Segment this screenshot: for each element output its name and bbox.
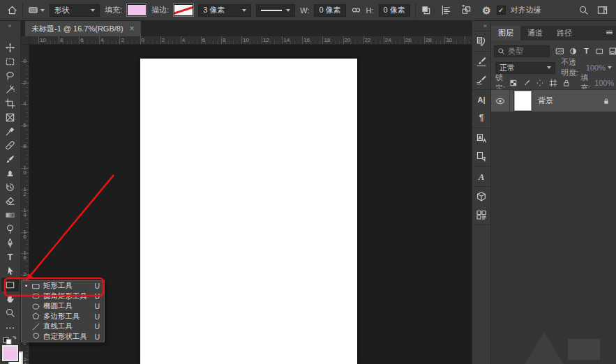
shape-tools-flyout-menu: •矩形工具U圆角矩形工具U椭圆工具U多边形工具U直线工具U自定形状工具U: [21, 280, 105, 342]
libraries-panel-icon[interactable]: [476, 209, 487, 220]
layer-thumbnail[interactable]: [514, 91, 532, 111]
dodge-tool: [5, 224, 15, 234]
brush-settings-icon[interactable]: [476, 56, 487, 67]
ruler-label: 4: [21, 101, 29, 106]
foreground-color-swatch[interactable]: [2, 345, 18, 361]
clone-stamp-tool[interactable]: [1, 166, 19, 180]
paragraph-styles-icon[interactable]: [476, 151, 487, 162]
document-tab[interactable]: 未标题-1 @ 16.7%(RGB/8) ×: [25, 21, 141, 36]
search-icon[interactable]: [578, 5, 589, 15]
move-tool[interactable]: [1, 40, 19, 54]
spot-healing-brush-tool[interactable]: [1, 138, 19, 152]
character-styles-icon[interactable]: [476, 132, 487, 144]
frame-tool[interactable]: [1, 110, 19, 124]
filter-pixel-icon[interactable]: [555, 47, 564, 56]
quick-selection-tool[interactable]: [1, 82, 19, 96]
dodge-tool[interactable]: [1, 222, 19, 236]
tab-路径[interactable]: 路径: [550, 26, 579, 40]
tab-通道[interactable]: 通道: [520, 26, 550, 40]
tab-图层[interactable]: 图层: [491, 26, 520, 40]
lock-position-icon[interactable]: [536, 79, 544, 87]
menu-item-rounded-rectangle[interactable]: 圆角矩形工具U: [22, 291, 104, 302]
expand-toolbar-icon[interactable]: »: [0, 22, 20, 29]
stroke-width-select[interactable]: 3 像素: [198, 4, 251, 17]
ruler-origin-corner[interactable]: [21, 36, 29, 45]
workspace-icon[interactable]: [597, 5, 608, 15]
close-icon[interactable]: ×: [130, 24, 135, 33]
brush-tool[interactable]: [1, 152, 19, 166]
path-selection-tool[interactable]: [1, 264, 19, 278]
eraser-tool[interactable]: [1, 194, 19, 208]
stroke-swatch[interactable]: [174, 4, 193, 16]
lock-image-icon[interactable]: [523, 79, 531, 87]
ruler-label: 2: [162, 37, 165, 43]
crop-tool[interactable]: [1, 96, 19, 110]
align-edges-checkbox[interactable]: [497, 6, 506, 15]
document-title: 未标题-1 @ 16.7%(RGB/8): [31, 24, 123, 34]
panel-tabs: 图层通道路径: [491, 26, 616, 40]
lock-all-icon[interactable]: [562, 79, 571, 87]
rectangle-tool[interactable]: [1, 278, 19, 291]
tool-mode-select[interactable]: 形状: [50, 4, 100, 17]
lock-artboard-icon[interactable]: [549, 79, 557, 87]
eye-icon[interactable]: [495, 96, 505, 106]
blend-mode-select[interactable]: 正常: [495, 62, 555, 74]
default-colors-icon[interactable]: [3, 335, 18, 344]
type-tool: T: [5, 252, 15, 262]
filter-smart-icon[interactable]: [608, 47, 616, 56]
shape-height-input[interactable]: 0 像素: [379, 4, 410, 17]
path-alignment-icon[interactable]: [441, 5, 451, 15]
hand-tool[interactable]: [1, 291, 19, 305]
shape-width-input[interactable]: 0 像素: [314, 4, 345, 17]
character-panel-icon[interactable]: A|: [476, 94, 487, 105]
gradient-tool[interactable]: [1, 208, 19, 222]
zoom-tool[interactable]: [1, 305, 19, 319]
pen-tool[interactable]: [1, 236, 19, 250]
ruler-label: 1 6: [21, 229, 29, 239]
stroke-type-select[interactable]: [256, 4, 295, 17]
line-icon: [31, 322, 40, 331]
panel-menu-icon[interactable]: [605, 28, 614, 37]
path-arrangement-icon[interactable]: [461, 5, 472, 15]
fill-input[interactable]: 100%: [594, 79, 616, 87]
type-tool[interactable]: T: [1, 250, 19, 264]
eyedropper-tool[interactable]: [1, 124, 19, 138]
3d-panel-icon[interactable]: [476, 191, 487, 202]
filter-adjust-icon[interactable]: [569, 47, 578, 56]
menu-item-polygon[interactable]: 多边形工具U: [22, 312, 104, 322]
history-brush-tool[interactable]: [1, 180, 19, 194]
expand-panels-icon[interactable]: «: [483, 22, 488, 29]
tool-preset-picker[interactable]: [28, 5, 45, 15]
link-dimensions-icon[interactable]: [351, 5, 361, 15]
lock-transparency-icon[interactable]: [509, 79, 518, 87]
document-canvas[interactable]: [140, 59, 357, 364]
path-operations-icon[interactable]: [421, 5, 431, 15]
rounded-rectangle-icon: [31, 291, 40, 301]
chevron-down-icon: [91, 9, 95, 12]
history-panel-icon[interactable]: [476, 36, 487, 47]
filter-shape-icon[interactable]: [595, 47, 604, 56]
visibility-cell[interactable]: [491, 90, 510, 112]
edit-toolbar-ellipsis[interactable]: [1, 321, 19, 335]
gear-icon[interactable]: ⚙: [481, 5, 492, 15]
menu-item-line[interactable]: 直线工具U: [22, 321, 104, 332]
ruler-label: 1 2: [21, 187, 29, 197]
home-icon[interactable]: [7, 5, 17, 15]
opacity-input[interactable]: 100%: [586, 63, 612, 72]
divider: [415, 3, 416, 18]
layer-list-empty-area[interactable]: [491, 112, 616, 364]
paragraph-panel-icon[interactable]: ¶: [476, 112, 487, 123]
layer-row-background[interactable]: 背景: [491, 89, 616, 112]
rectangular-marquee-tool[interactable]: [1, 54, 19, 68]
lasso-tool[interactable]: [1, 68, 19, 82]
filter-type-icon[interactable]: T: [582, 47, 591, 56]
layer-filter-select[interactable]: 类型: [494, 45, 550, 57]
menu-item-rectangle[interactable]: •矩形工具U: [22, 281, 104, 291]
menu-item-custom-shape[interactable]: 自定形状工具U: [22, 332, 104, 342]
glyphs-panel-icon[interactable]: A: [476, 171, 487, 182]
ruler-label: 8: [21, 144, 29, 149]
horizontal-ruler[interactable]: 108642024681012141618202224262830: [29, 36, 472, 45]
fill-swatch[interactable]: [127, 4, 147, 16]
menu-item-ellipse[interactable]: 椭圆工具U: [22, 301, 104, 312]
brushes-icon[interactable]: [476, 74, 487, 85]
